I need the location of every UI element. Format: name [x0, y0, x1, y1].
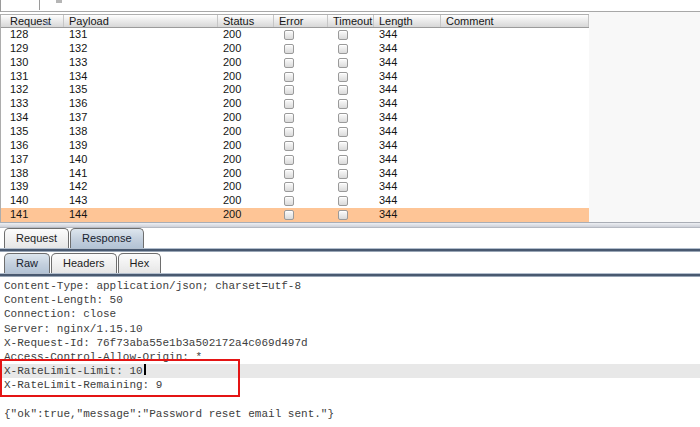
checkbox-timeout[interactable]	[338, 155, 348, 165]
checkbox-error[interactable]	[284, 169, 294, 179]
table-row[interactable]: 140143200344	[1, 194, 589, 208]
response-line: Server: nginx/1.15.10	[0, 322, 700, 336]
cell-status: 200	[218, 111, 274, 125]
response-line: Access-Control-Allow-Origin: *	[0, 350, 700, 364]
checkbox-timeout[interactable]	[338, 182, 348, 192]
cell-payload: 136	[64, 97, 218, 111]
cell-error	[274, 28, 328, 42]
cell-payload: 138	[64, 125, 218, 139]
column-header-error[interactable]: Error	[274, 15, 328, 27]
cell-comment	[441, 28, 589, 42]
checkbox-error[interactable]	[284, 58, 294, 68]
checkbox-timeout[interactable]	[338, 141, 348, 151]
cell-length: 344	[374, 83, 441, 97]
table-row[interactable]: 139142200344	[1, 180, 589, 194]
table-row[interactable]: 134137200344	[1, 111, 589, 125]
cell-payload: 134	[64, 70, 218, 84]
table-row[interactable]: 136139200344	[1, 139, 589, 153]
cell-status: 200	[218, 167, 274, 181]
checkbox-error[interactable]	[284, 196, 294, 206]
tab-hex[interactable]: Hex	[118, 253, 162, 273]
table-row[interactable]: 132135200344	[1, 83, 589, 97]
cell-length: 344	[374, 208, 441, 222]
table-row[interactable]: 133136200344	[1, 97, 589, 111]
tab-request[interactable]: Request	[4, 228, 69, 248]
cell-request: 131	[1, 70, 64, 84]
cell-comment	[441, 42, 589, 56]
checkbox-error[interactable]	[284, 182, 294, 192]
checkbox-error[interactable]	[284, 210, 294, 220]
cell-length: 344	[374, 139, 441, 153]
checkbox-error[interactable]	[284, 30, 294, 40]
cell-status: 200	[218, 97, 274, 111]
checkbox-error[interactable]	[284, 44, 294, 54]
response-line	[0, 393, 700, 407]
cell-error	[274, 208, 328, 222]
checkbox-timeout[interactable]	[338, 99, 348, 109]
cell-status: 200	[218, 125, 274, 139]
cell-status: 200	[218, 28, 274, 42]
checkbox-error[interactable]	[284, 72, 294, 82]
table-body: 1281312003441291322003441301332003441311…	[1, 28, 589, 222]
table-right-gutter	[589, 12, 700, 222]
table-row[interactable]: 130133200344	[1, 56, 589, 70]
cell-timeout	[328, 56, 374, 70]
cell-error	[274, 70, 328, 84]
cell-request: 134	[1, 111, 64, 125]
response-line: {"ok":true,"message":"Password reset ema…	[0, 407, 700, 421]
checkbox-timeout[interactable]	[338, 113, 348, 123]
intruder-results-window: Request▲PayloadStatusErrorTimeoutLengthC…	[0, 0, 700, 427]
checkbox-timeout[interactable]	[338, 58, 348, 68]
checkbox-error[interactable]	[284, 155, 294, 165]
response-raw-view[interactable]: Content-Type: application/json; charset=…	[0, 277, 700, 427]
table-row[interactable]: 138141200344	[1, 167, 589, 181]
checkbox-timeout[interactable]	[338, 85, 348, 95]
table-row[interactable]: 131134200344	[1, 70, 589, 84]
checkbox-timeout[interactable]	[338, 72, 348, 82]
checkbox-timeout[interactable]	[338, 127, 348, 137]
filter-bar-fragment	[56, 0, 62, 3]
tab-raw[interactable]: Raw	[4, 253, 50, 273]
cell-length: 344	[374, 97, 441, 111]
cell-payload: 131	[64, 28, 218, 42]
cell-comment	[441, 56, 589, 70]
column-header-label: Length	[379, 15, 413, 27]
column-header-timeout[interactable]: Timeout	[328, 15, 374, 27]
checkbox-timeout[interactable]	[338, 30, 348, 40]
response-line: X-RateLimit-Limit: 10	[0, 364, 700, 378]
table-row[interactable]: 128131200344	[1, 28, 589, 42]
column-header-status[interactable]: Status	[218, 15, 274, 27]
cell-error	[274, 83, 328, 97]
cell-request: 132	[1, 83, 64, 97]
checkbox-timeout[interactable]	[338, 44, 348, 54]
cell-length: 344	[374, 56, 441, 70]
checkbox-error[interactable]	[284, 141, 294, 151]
checkbox-timeout[interactable]	[338, 169, 348, 179]
column-header-request[interactable]: Request▲	[1, 15, 64, 27]
cell-timeout	[328, 83, 374, 97]
cell-timeout	[328, 97, 374, 111]
checkbox-error[interactable]	[284, 99, 294, 109]
table-row[interactable]: 129132200344	[1, 42, 589, 56]
column-header-length[interactable]: Length	[374, 15, 441, 27]
cell-payload: 137	[64, 111, 218, 125]
cell-timeout	[328, 153, 374, 167]
table-row[interactable]: 137140200344	[1, 153, 589, 167]
checkbox-timeout[interactable]	[338, 210, 348, 220]
message-tabs: RequestResponse	[0, 228, 700, 248]
cell-error	[274, 111, 328, 125]
column-header-payload[interactable]: Payload	[64, 15, 218, 27]
checkbox-error[interactable]	[284, 113, 294, 123]
cell-length: 344	[374, 125, 441, 139]
cell-error	[274, 125, 328, 139]
column-header-label: Payload	[69, 15, 109, 27]
table-row[interactable]: 135138200344	[1, 125, 589, 139]
column-header-comment[interactable]: Comment	[441, 15, 589, 27]
table-row[interactable]: 141144200344	[1, 208, 589, 222]
tab-response[interactable]: Response	[70, 228, 144, 248]
checkbox-error[interactable]	[284, 127, 294, 137]
cell-payload: 144	[64, 208, 218, 222]
checkbox-timeout[interactable]	[338, 196, 348, 206]
tab-headers[interactable]: Headers	[51, 253, 117, 273]
checkbox-error[interactable]	[284, 85, 294, 95]
